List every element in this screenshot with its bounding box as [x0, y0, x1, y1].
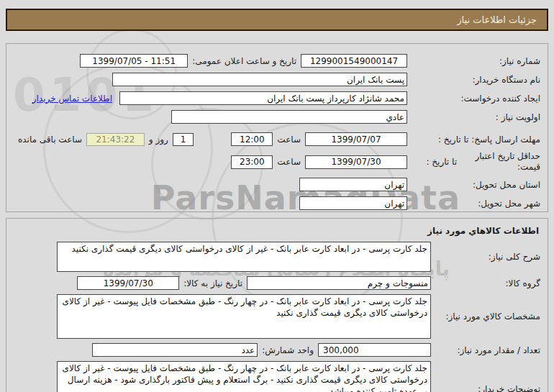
- buyer-notes-label: توضیحات خریدار:: [431, 384, 540, 392]
- need-info-panel: شماره نیاز: تاریخ و ساعت اعلان عمومی: نا…: [6, 43, 548, 212]
- remaining-time-box: 21:43:22: [86, 133, 145, 146]
- goods-section-title: اطلاعات کالاهاي مورد نیاز: [14, 226, 539, 236]
- unit-label: واحد شمارش:: [262, 345, 314, 355]
- reply-deadline-row: مهلت ارسال پاسخ: تا تاریخ : ساعت 1 روز و…: [14, 132, 540, 146]
- price-validity-label: حداقل تاریخ اعتبار قیمت:: [467, 151, 540, 173]
- need-date-input[interactable]: [77, 276, 179, 290]
- reply-deadline-date-input[interactable]: [305, 132, 407, 146]
- need-number-label: شماره نیاز:: [407, 56, 540, 66]
- requester-row: ایجاد کننده درخواست: اطلاعات تماس خریدار: [14, 91, 540, 105]
- buyer-org-label: نام دستگاه خریدار:: [407, 75, 540, 85]
- buyer-org-row: نام دستگاه خریدار:: [14, 73, 540, 86]
- price-validity-hour-input[interactable]: [231, 155, 273, 169]
- buyer-notes-row: توضیحات خریدار: جلد کارت پرسی - در ابعاد…: [14, 361, 540, 392]
- quantity-label: تعداد / مقدار مورد نیاز:: [431, 345, 540, 355]
- general-desc-label: شرح کلی نیاز:: [431, 252, 540, 262]
- specs-label: مشخصات کالاي مورد نیاز:: [431, 311, 540, 322]
- city-label: شهر محل تحویل:: [407, 199, 540, 209]
- buyer-org-input[interactable]: [112, 73, 407, 86]
- reply-deadline-label: مهلت ارسال پاسخ: تا تاریخ :: [407, 135, 540, 145]
- price-validity-label-cell: حداقل تاریخ اعتبار قیمت: تا تاریخ :: [407, 151, 540, 173]
- price-validity-date-input[interactable]: [305, 155, 407, 169]
- reply-deadline-hour-label: ساعت: [277, 135, 301, 145]
- announce-datetime-input[interactable]: [80, 54, 188, 68]
- province-row: استان محل تحویل:: [14, 178, 540, 191]
- goods-info-panel: اطلاعات کالاهاي مورد نیاز شرح کلی نیاز: …: [6, 218, 548, 392]
- reply-deadline-hour-input[interactable]: [231, 132, 273, 146]
- province-input[interactable]: [299, 178, 407, 191]
- province-label: استان محل تحویل:: [407, 180, 540, 190]
- price-validity-hour-label: ساعت: [277, 157, 301, 167]
- general-desc-row: شرح کلی نیاز: جلد کارت پرسی - در ابعاد ک…: [14, 242, 540, 272]
- need-number-input[interactable]: [301, 54, 407, 68]
- remaining-suffix-label: ساعت باقی مانده: [18, 135, 82, 145]
- city-input[interactable]: [299, 196, 407, 210]
- requester-label: ایجاد کننده درخواست:: [407, 94, 540, 104]
- general-desc-textarea[interactable]: جلد کارت پرسی - در ابعاد کارت عابر بانک …: [57, 242, 431, 272]
- remaining-days-label: روز و: [149, 135, 168, 145]
- goods-group-row: گروه کالا: تاریخ نیاز به کالا:: [14, 276, 540, 290]
- need-number-row: شماره نیاز: تاریخ و ساعت اعلان عمومی:: [14, 54, 540, 68]
- remaining-days-box: 1: [173, 133, 194, 146]
- page-title: جزئیات اطلاعات نیاز: [457, 14, 537, 25]
- requester-input[interactable]: [119, 91, 407, 105]
- specs-row: مشخصات کالاي مورد نیاز: جلد کارت پرسی - …: [14, 294, 540, 339]
- price-validity-until-label: تا تاریخ :: [426, 157, 457, 167]
- quantity-input[interactable]: [318, 343, 431, 357]
- need-date-label: تاریخ نیاز به کالا:: [183, 278, 242, 288]
- announce-datetime-label: تاریخ و ساعت اعلان عمومی:: [192, 56, 296, 66]
- city-row: شهر محل تحویل:: [14, 196, 540, 210]
- goods-group-input[interactable]: [247, 276, 431, 290]
- unit-input[interactable]: [92, 343, 258, 357]
- goods-group-label: گروه کالا:: [431, 278, 540, 288]
- need-details-page: { "page": { "title": "جزئیات اطلاعات نیا…: [0, 0, 554, 392]
- price-validity-row: حداقل تاریخ اعتبار قیمت: تا تاریخ : ساعت: [14, 151, 540, 173]
- priority-input[interactable]: [171, 110, 407, 124]
- quantity-row: تعداد / مقدار مورد نیاز: واحد شمارش:: [14, 343, 540, 357]
- page-header: جزئیات اطلاعات نیاز: [6, 9, 548, 31]
- priority-label: اولویت نیاز :: [407, 112, 540, 122]
- specs-textarea[interactable]: جلد کارت پرسی - در ابعاد کارت عابر بانک …: [57, 294, 431, 339]
- buyer-contact-link[interactable]: اطلاعات تماس خریدار: [32, 94, 112, 104]
- priority-row: اولویت نیاز :: [14, 110, 540, 124]
- buyer-notes-textarea[interactable]: جلد کارت پرسی - در ابعاد کارت عابر بانک …: [57, 361, 431, 392]
